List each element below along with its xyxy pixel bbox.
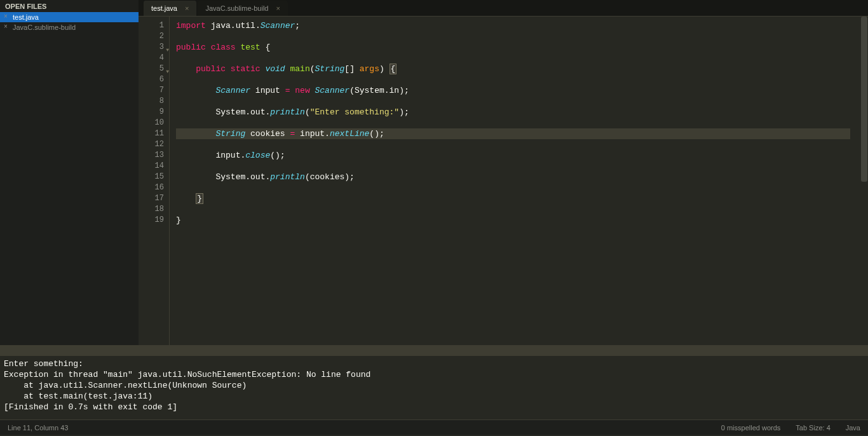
gutter: 123▼45▼678910111213141516171819 [139,17,170,345]
close-icon[interactable]: × [276,4,280,12]
panel-divider[interactable] [0,345,868,354]
tab-label: test.java [151,4,177,12]
close-icon[interactable]: × [4,13,8,20]
tab-bar: test.java × JavaC.sublime-build × [139,0,868,17]
spell-status[interactable]: 0 misspelled words [721,424,781,432]
vertical-scrollbar[interactable] [860,17,868,345]
build-output-panel[interactable]: Enter something: Exception in thread "ma… [0,354,868,419]
close-icon[interactable]: × [185,4,189,12]
file-item-test-java[interactable]: × test.java [0,12,139,22]
language-status[interactable]: Java [846,424,860,432]
sidebar: OPEN FILES × test.java × JavaC.sublime-b… [0,0,139,345]
file-item-javac-build[interactable]: × JavaC.sublime-build [0,22,139,32]
code-area[interactable]: 123▼45▼678910111213141516171819 import j… [139,17,868,345]
cursor-position[interactable]: Line 11, Column 43 [8,424,68,432]
status-right: 0 misspelled words Tab Size: 4 Java [721,424,860,432]
tab-size-status[interactable]: Tab Size: 4 [796,424,830,432]
open-files-header: OPEN FILES [0,0,139,12]
minimap[interactable] [850,17,860,345]
tab-javac-build[interactable]: JavaC.sublime-build × [198,1,287,16]
editor-panel: test.java × JavaC.sublime-build × 123▼45… [139,0,868,345]
code-body[interactable]: import java.util.Scanner; public class t… [170,17,850,345]
file-item-label: test.java [13,13,39,21]
close-icon[interactable]: × [4,23,8,30]
scrollbar-thumb[interactable] [861,17,867,182]
status-bar: Line 11, Column 43 0 misspelled words Ta… [0,419,868,435]
main-split: OPEN FILES × test.java × JavaC.sublime-b… [0,0,868,345]
tab-test-java[interactable]: test.java × [144,1,196,16]
file-item-label: JavaC.sublime-build [13,24,76,31]
tab-label: JavaC.sublime-build [205,4,268,12]
